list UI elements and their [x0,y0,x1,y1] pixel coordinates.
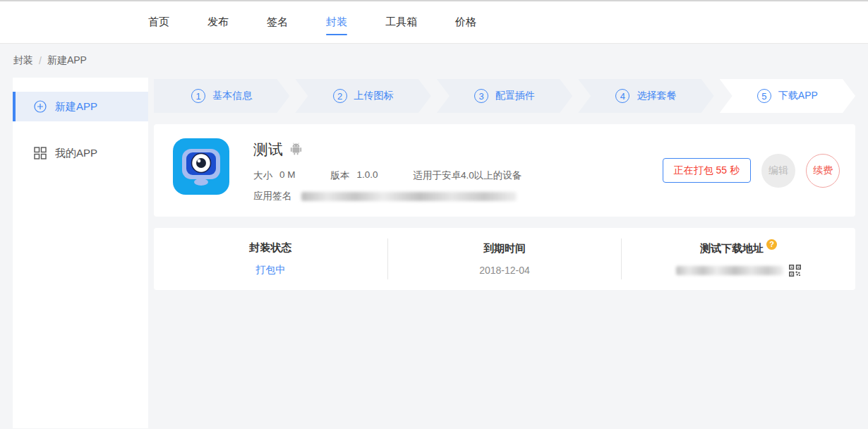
step-label: 配置插件 [495,90,535,102]
top-bar: 首页 发布 签名 封装 工具箱 价格 [0,0,868,44]
package-status-value[interactable]: 打包中 [255,264,285,277]
sidebar-item-my-apps[interactable]: 我的APP [13,138,148,168]
renew-button[interactable]: 续费 [806,154,840,188]
app-name: 测试 [253,140,283,159]
nav-item-publish[interactable]: 发布 [207,1,229,43]
app-info: 测试 [253,138,522,203]
expiry-column: 到期时间 2018-12-04 [388,242,622,276]
breadcrumb: 封装 / 新建APP [0,44,868,78]
size-label: 大小 [253,169,272,182]
size-value: 0 M [279,169,296,182]
android-icon [290,142,302,157]
nav-item-package[interactable]: 封装 [326,1,347,43]
version-label: 版本 [331,169,350,182]
step-label: 上传图标 [354,90,394,102]
nav-item-signature[interactable]: 签名 [267,1,288,43]
step-select-plan[interactable]: 4 选择套餐 [578,79,713,113]
app-actions: 正在打包 55 秒 编辑 续费 [663,154,840,188]
wizard-stepper: 1 基本信息 2 上传图标 3 配置插件 4 选择套餐 5 下载APP [154,79,855,113]
app-card: 测试 [154,124,855,217]
download-url-column: 测试下载地址 ? [622,242,855,277]
step-number-badge: 4 [615,89,629,103]
packing-status-button[interactable]: 正在打包 55 秒 [663,158,751,183]
app-signature-redacted [301,192,517,201]
expiry-title: 到期时间 [483,242,526,255]
main-panel: 1 基本信息 2 上传图标 3 配置插件 4 选择套餐 5 下载APP [154,78,855,428]
expiry-value: 2018-12-04 [479,265,530,276]
qr-code-icon[interactable] [789,265,801,277]
nav-item-toolbox[interactable]: 工具箱 [385,1,417,43]
step-number-badge: 5 [757,89,771,103]
status-card: 封装状态 打包中 到期时间 2018-12-04 测试下载地址 ? [154,228,855,290]
step-number-badge: 1 [191,89,205,103]
package-status-title: 封装状态 [249,241,291,255]
step-configure-plugins[interactable]: 3 配置插件 [437,79,572,113]
grid-icon [34,147,47,159]
nav-item-home[interactable]: 首页 [148,1,169,43]
app-meta-row: 大小 0 M 版本 1.0.0 适用于安卓4.0以上的设备 [253,169,522,182]
breadcrumb-separator: / [39,55,42,66]
app-icon [173,138,229,195]
help-coin-icon[interactable]: ? [766,239,777,250]
step-label: 基本信息 [212,90,252,102]
step-number-badge: 2 [333,89,347,103]
sidebar-item-label: 新建APP [55,100,97,114]
app-signature-row: 应用签名 [253,190,522,203]
main-nav: 首页 发布 签名 封装 工具箱 价格 [148,1,476,43]
breadcrumb-current: 新建APP [47,54,87,67]
compat-text: 适用于安卓4.0以上的设备 [414,169,522,182]
version-value: 1.0.0 [357,169,378,182]
download-url-title: 测试下载地址 [700,242,764,255]
sidebar-item-new-app[interactable]: 新建APP [13,92,148,121]
step-download-app[interactable]: 5 下载APP [720,79,855,113]
breadcrumb-section[interactable]: 封装 [13,54,33,67]
step-upload-icon[interactable]: 2 上传图标 [295,79,430,113]
step-label: 选择套餐 [637,90,676,102]
package-status-column: 封装状态 打包中 [154,241,387,277]
plus-circle-icon [34,100,47,113]
step-number-badge: 3 [474,89,488,103]
step-basic-info[interactable]: 1 基本信息 [154,79,289,113]
sidebar-item-label: 我的APP [55,147,97,160]
nav-item-pricing[interactable]: 价格 [455,1,476,43]
edit-button[interactable]: 编辑 [761,154,795,188]
step-label: 下载APP [778,90,818,102]
download-url-redacted [676,266,783,275]
signature-label: 应用签名 [253,190,291,203]
content-layout: 新建APP 我的APP 1 基本信息 2 上传图标 [0,78,868,428]
sidebar: 新建APP 我的APP [13,78,148,428]
